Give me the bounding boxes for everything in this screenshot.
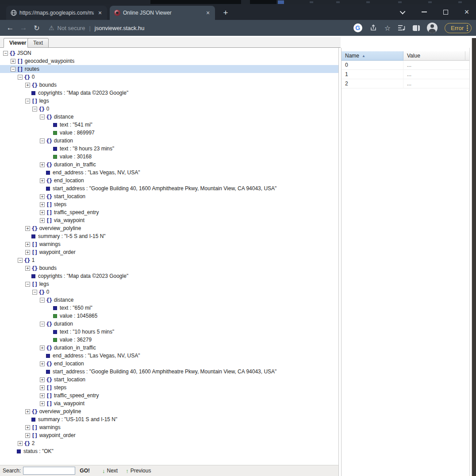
table-row[interactable]: 2... (342, 79, 469, 88)
reload-button[interactable]: ↻ (30, 24, 43, 32)
tree-node[interactable]: +[]steps (0, 384, 338, 392)
tree-node[interactable]: +[]via_waypoint (0, 399, 338, 407)
expand-toggle-icon[interactable]: + (40, 210, 45, 215)
collapse-toggle-icon[interactable]: − (18, 75, 23, 80)
security-label[interactable]: Not secure (58, 25, 85, 31)
collapse-toggle-icon[interactable]: − (25, 282, 30, 287)
maximize-button[interactable] (440, 6, 451, 18)
google-icon[interactable]: G (353, 23, 362, 32)
tree-node[interactable]: +[]warnings (0, 240, 338, 248)
side-panel-icon[interactable] (413, 25, 420, 31)
tree-node[interactable]: −{}JSON (0, 49, 338, 57)
tree-node[interactable]: +{}end_location (0, 177, 338, 184)
tree-node[interactable]: +[]via_waypoint (0, 216, 338, 224)
tree-node[interactable]: +[]traffic_speed_entry (0, 392, 338, 399)
tree-node[interactable]: value : 869997 (0, 129, 338, 137)
collapse-toggle-icon[interactable]: − (3, 51, 8, 56)
tree-node[interactable]: end_address : "Las Vegas, NV, USA" (0, 169, 338, 177)
collapse-toggle-icon[interactable]: − (11, 67, 15, 72)
tree-node[interactable]: +{}start_location (0, 192, 338, 200)
tree-node[interactable]: −{}distance (0, 296, 338, 304)
search-next[interactable]: ↓ Next (102, 468, 118, 474)
expand-toggle-icon[interactable]: + (40, 393, 45, 398)
tree-node[interactable]: −[]routes (0, 65, 338, 73)
tree-node[interactable]: +{}2 (0, 439, 338, 447)
error-menu-button[interactable]: Error (445, 23, 472, 33)
tab-close-icon[interactable]: × (204, 10, 211, 16)
tree-node[interactable]: value : 1045865 (0, 312, 338, 320)
tree-node[interactable]: +{}bounds (0, 81, 338, 89)
table-row[interactable]: 1... (342, 70, 469, 79)
tree-node[interactable]: copyrights : "Map data ©2023 Google" (0, 272, 338, 280)
tree-node[interactable]: +{}start_location (0, 376, 338, 384)
expand-toggle-icon[interactable]: + (40, 345, 45, 350)
collapse-toggle-icon[interactable]: − (25, 99, 30, 104)
tree-node[interactable]: −{}0 (0, 73, 338, 81)
tree-node[interactable]: text : "8 hours 23 mins" (0, 145, 338, 153)
url-text[interactable]: jsonviewer.stack.hu (95, 25, 145, 31)
expand-toggle-icon[interactable]: + (40, 218, 45, 223)
tab-text[interactable]: Text (27, 38, 49, 48)
tree-node[interactable]: +[]waypoint_order (0, 248, 338, 256)
tree-node[interactable]: +[]geocoded_waypoints (0, 57, 338, 65)
tree-node[interactable]: −[]legs (0, 280, 338, 288)
bookmark-star-icon[interactable]: ☆ (384, 24, 391, 32)
collapse-toggle-icon[interactable]: − (40, 138, 45, 143)
tree-node[interactable]: −{}duration (0, 320, 338, 328)
expand-toggle-icon[interactable]: + (40, 401, 45, 406)
tree-node[interactable]: −{}0 (0, 288, 338, 296)
tree-node[interactable]: start_address : "Google Building 40, 160… (0, 368, 338, 376)
column-header-name[interactable]: Name ▲ (342, 51, 403, 61)
tree-node[interactable]: value : 36279 (0, 336, 338, 344)
tree-node[interactable]: −{}0 (0, 105, 338, 113)
tree-node[interactable]: +[]traffic_speed_entry (0, 208, 338, 216)
expand-toggle-icon[interactable]: + (40, 162, 45, 167)
kebab-menu-icon[interactable] (467, 25, 468, 31)
collapse-toggle-icon[interactable]: − (32, 290, 37, 295)
tree-node[interactable]: +[]waypoint_order (0, 431, 338, 439)
search-input[interactable] (23, 467, 75, 475)
expand-toggle-icon[interactable]: + (40, 202, 45, 207)
tree-node[interactable]: +{}overview_polyline (0, 224, 338, 232)
expand-toggle-icon[interactable]: + (25, 250, 30, 255)
tab-close-icon[interactable]: × (96, 10, 104, 16)
expand-toggle-icon[interactable]: + (11, 59, 15, 64)
media-controls-icon[interactable] (398, 24, 406, 31)
tree-node[interactable]: text : "541 mi" (0, 121, 338, 129)
expand-toggle-icon[interactable]: + (18, 441, 23, 446)
expand-toggle-icon[interactable]: + (25, 425, 30, 430)
expand-toggle-icon[interactable]: + (25, 266, 30, 271)
expand-toggle-icon[interactable]: + (25, 226, 30, 231)
tab-search-chevron-icon[interactable] (397, 6, 409, 18)
not-secure-warning-icon[interactable]: ⚠ (49, 24, 54, 31)
tree-node[interactable]: end_address : "Las Vegas, NV, USA" (0, 352, 338, 360)
browser-tab-json-viewer[interactable]: Online JSON Viewer × (110, 6, 215, 20)
expand-toggle-icon[interactable]: + (25, 433, 30, 438)
tree-node[interactable]: −{}distance (0, 113, 338, 121)
tree-node[interactable]: text : "10 hours 5 mins" (0, 328, 338, 336)
back-button[interactable]: ← (4, 23, 17, 32)
tree-node[interactable]: −[]legs (0, 97, 338, 105)
tree-node[interactable]: start_address : "Google Building 40, 160… (0, 184, 338, 192)
tree-node[interactable]: summary : "I-5 S and I-15 N" (0, 232, 338, 240)
collapse-toggle-icon[interactable]: − (18, 258, 23, 263)
collapse-toggle-icon[interactable]: − (40, 115, 45, 119)
tree-node[interactable]: +{}duration_in_traffic (0, 344, 338, 352)
tree-node[interactable]: +{}bounds (0, 264, 338, 272)
tree-node[interactable]: −{}1 (0, 256, 338, 264)
expand-toggle-icon[interactable]: + (40, 194, 45, 199)
tree-node[interactable]: +{}duration_in_traffic (0, 161, 338, 169)
tree-node[interactable]: copyrights : "Map data ©2023 Google" (0, 89, 338, 97)
tree-node[interactable]: +{}end_location (0, 360, 338, 368)
close-window-button[interactable]: × (461, 6, 472, 18)
column-header-value[interactable]: Value (403, 51, 465, 61)
collapse-toggle-icon[interactable]: − (32, 107, 37, 111)
expand-toggle-icon[interactable]: + (40, 361, 45, 366)
tree-node[interactable]: value : 30168 (0, 153, 338, 161)
address-bar[interactable]: ⚠ Not secure | jsonviewer.stack.hu (49, 24, 353, 31)
go-button[interactable]: GO! (80, 468, 90, 474)
expand-toggle-icon[interactable]: + (40, 377, 45, 382)
tree-node[interactable]: +[]steps (0, 200, 338, 208)
tree-node[interactable]: +{}overview_polyline (0, 407, 338, 415)
tree-node[interactable]: +[]warnings (0, 423, 338, 431)
